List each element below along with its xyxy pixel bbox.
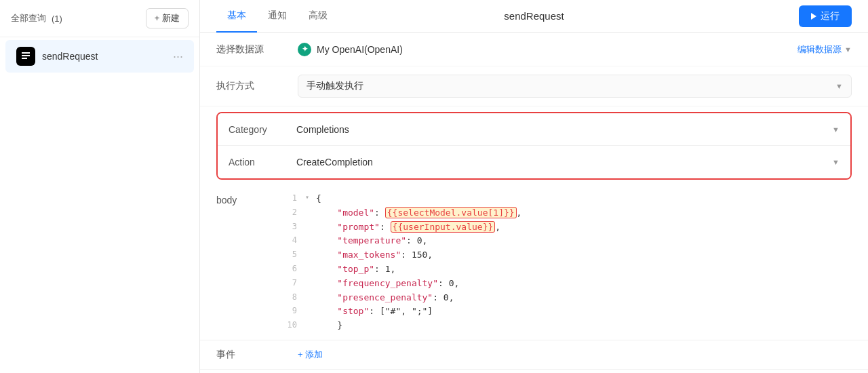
- line-content-1: {: [316, 192, 868, 206]
- category-select[interactable]: Completions ▼: [296, 124, 840, 135]
- category-chevron: ▼: [832, 125, 840, 134]
- run-icon: [811, 13, 816, 20]
- line-content-9: "stop": ["#", ";"]: [316, 305, 868, 319]
- edit-datasource-label: 编辑数据源: [797, 43, 842, 56]
- code-template-prompt: {{userInput.value}}: [391, 221, 496, 233]
- code-colon-2: :: [374, 208, 385, 218]
- line-num-10: 10: [281, 319, 305, 332]
- tab-notification[interactable]: 通知: [257, 0, 298, 33]
- line-num-3: 3: [281, 220, 305, 233]
- openai-logo: ✦: [298, 43, 311, 56]
- body-label: body: [216, 185, 281, 340]
- code-colon-3: :: [380, 222, 391, 232]
- code-value-9: : ["#", ";"]: [369, 306, 433, 316]
- code-template-model: {{selectModel.value[1]}}: [385, 207, 517, 218]
- event-item-success: 成功后 userInput.setValue() ···: [200, 369, 868, 373]
- line-content-10: }: [316, 319, 868, 333]
- code-key-model: "model": [337, 208, 374, 218]
- category-action-box: Category Completions ▼ Action CreateComp…: [216, 112, 852, 180]
- execution-value: 手动触发执行: [307, 80, 363, 92]
- events-row: 事件 + 添加: [200, 340, 868, 369]
- line-num-9: 9: [281, 305, 305, 317]
- code-value-7: : 0,: [438, 278, 459, 288]
- line-num-4: 4: [281, 234, 305, 247]
- code-value-6: : 1,: [374, 264, 395, 274]
- line-num-1: 1: [281, 192, 305, 205]
- edit-datasource-chevron: ▼: [844, 45, 852, 54]
- line-content-5: "max_tokens": 150,: [316, 248, 868, 262]
- code-line-7: 7 "frequency_penalty": 0,: [281, 277, 868, 291]
- line-arrow-1: ▾: [305, 192, 316, 203]
- code-key-topp: "top_p": [337, 264, 374, 274]
- all-query-label: 全部查询: [11, 12, 46, 24]
- sidebar-item-label: sendRequest: [42, 51, 166, 62]
- code-template-prompt-text: {{userInput.value}}: [393, 222, 494, 232]
- add-event-link[interactable]: + 添加: [298, 349, 323, 361]
- code-line-9: 9 "stop": ["#", ";"]: [281, 305, 868, 319]
- run-button[interactable]: 运行: [799, 5, 852, 27]
- sidebar-header: 全部查询 (1) + 新建: [0, 0, 199, 37]
- sidebar-item-more-icon[interactable]: ···: [173, 50, 183, 64]
- line-content-3: "prompt": {{userInput.value}},: [316, 220, 868, 235]
- code-key-maxtokens: "max_tokens": [337, 250, 401, 260]
- line-content-6: "top_p": 1,: [316, 262, 868, 277]
- code-key-prompt: "prompt": [337, 222, 380, 232]
- code-section: body 1 ▾ { 2 "model": {{selectModel.valu…: [200, 185, 868, 340]
- query-icon: [16, 47, 35, 66]
- code-line-10: 10 }: [281, 319, 868, 333]
- category-value: Completions: [296, 124, 349, 135]
- new-button[interactable]: + 新建: [146, 8, 189, 28]
- events-label: 事件: [216, 349, 298, 361]
- code-key-presencepenalty: "presence_penalty": [337, 292, 433, 302]
- header-wrapper: 基本 通知 高级 sendRequest 运行: [216, 0, 852, 33]
- main-panel: 基本 通知 高级 sendRequest 运行 选择数据源 ✦ My OpenA…: [200, 0, 868, 373]
- execution-row: 执行方式 手动触发执行 ▼: [200, 66, 868, 106]
- code-value-4: : 0,: [406, 235, 427, 246]
- edit-datasource-link[interactable]: 编辑数据源 ▼: [797, 43, 852, 56]
- line-content-4: "temperature": 0,: [316, 234, 868, 248]
- line-num-8: 8: [281, 291, 305, 304]
- line-content-7: "frequency_penalty": 0,: [316, 277, 868, 291]
- action-label: Action: [229, 157, 296, 168]
- execution-select[interactable]: 手动触发执行 ▼: [298, 75, 852, 98]
- datasource-value-row: ✦ My OpenAI(OpenAI) 编辑数据源 ▼: [298, 43, 852, 56]
- code-value-5: : 150,: [401, 250, 433, 260]
- tab-basic[interactable]: 基本: [216, 0, 257, 33]
- code-key-stop: "stop": [337, 306, 369, 316]
- code-comma-2: ,: [517, 208, 522, 218]
- code-line-3: 3 "prompt": {{userInput.value}},: [281, 220, 868, 235]
- new-button-label: + 新建: [155, 12, 180, 24]
- datasource-label: 选择数据源: [216, 43, 298, 56]
- line-content-8: "presence_penalty": 0,: [316, 291, 868, 305]
- code-value-8: : 0,: [433, 292, 454, 302]
- code-key-temperature: "temperature": [337, 235, 406, 246]
- line-num-2: 2: [281, 206, 305, 219]
- category-row: Category Completions ▼: [218, 113, 850, 146]
- action-value: CreateCompletion: [296, 157, 373, 168]
- execution-label: 执行方式: [216, 80, 298, 92]
- sidebar-item-sendrequest[interactable]: sendRequest ···: [5, 40, 194, 73]
- line-num-6: 6: [281, 262, 305, 275]
- execution-chevron: ▼: [835, 82, 843, 90]
- action-select[interactable]: CreateCompletion ▼: [296, 157, 840, 168]
- code-line-1: 1 ▾ {: [281, 192, 868, 206]
- tabs: 基本 通知 高级: [216, 0, 338, 33]
- query-icon-svg: [20, 51, 31, 62]
- action-row: Action CreateCompletion ▼: [218, 146, 850, 178]
- code-line-5: 5 "max_tokens": 150,: [281, 248, 868, 262]
- code-template-model-text: {{selectModel.value[1]}}: [387, 208, 515, 218]
- tab-advanced[interactable]: 高级: [298, 0, 338, 33]
- line-num-7: 7: [281, 277, 305, 290]
- all-query-count: (1): [52, 14, 62, 24]
- code-editor[interactable]: 1 ▾ { 2 "model": {{selectModel.value[1]}…: [281, 185, 868, 340]
- page-title: sendRequest: [504, 10, 564, 22]
- line-num-5: 5: [281, 248, 305, 261]
- sidebar-all-query: 全部查询 (1): [11, 12, 62, 24]
- line-content-2: "model": {{selectModel.value[1]}},: [316, 206, 868, 220]
- code-key-freqpenalty: "frequency_penalty": [337, 278, 438, 288]
- code-line-6: 6 "top_p": 1,: [281, 262, 868, 277]
- code-comma-3: ,: [495, 222, 500, 232]
- category-label: Category: [229, 124, 296, 135]
- run-button-label: 运行: [821, 10, 840, 22]
- datasource-name: My OpenAI(OpenAI): [317, 44, 403, 55]
